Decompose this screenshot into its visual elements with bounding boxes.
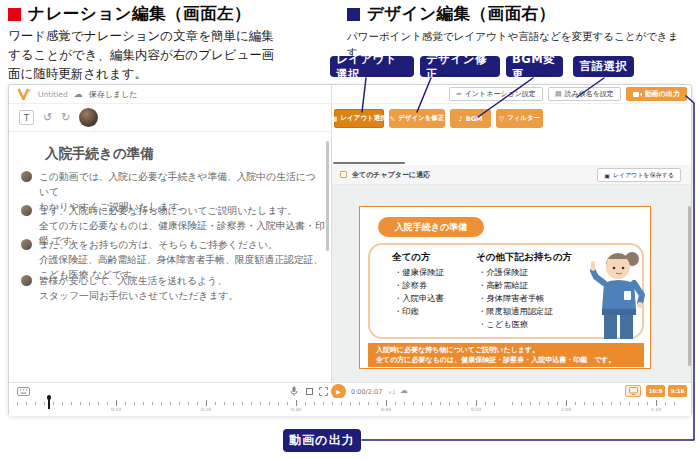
callout-bgm-change: BGM変更 (506, 56, 563, 77)
ratio-9-16-button[interactable]: 9:16 (668, 385, 687, 397)
chapter-options-row: 全てのチャプターに適応 ▣ レイアウトを保存する (332, 165, 691, 185)
nurse-illustration (590, 247, 646, 341)
music-note-icon: ♪ (459, 115, 463, 123)
design-fix-label: デザインを修正 (398, 114, 444, 123)
avatar-dots: ‥ (93, 125, 96, 131)
video-camera-icon (633, 91, 642, 98)
tutorial-graphic: ナレーション編集（画面左） ワード感覚でナレーションの文章を簡単に編集 すること… (0, 0, 700, 459)
filter-label: フィルター (507, 114, 540, 123)
filter-button[interactable]: ▽ フィルター (496, 109, 543, 128)
intonation-label: イントネーション設定 (465, 89, 536, 99)
paragraph-avatar[interactable] (21, 275, 32, 286)
horizontal-scroll-indicator[interactable] (333, 162, 405, 164)
video-export-button[interactable]: 動画の出力 (626, 87, 687, 101)
timeline-label: 0:40 (381, 407, 391, 412)
timeline-label: 0:20 (201, 407, 211, 412)
filter-icon: ▽ (499, 115, 504, 123)
paragraph-avatar[interactable] (21, 205, 32, 216)
redo-icon[interactable]: ↻ (61, 112, 70, 123)
ratio-16-9-button[interactable]: 16:9 (646, 385, 665, 397)
timeline-label: 0:50 (471, 407, 481, 412)
narration-doc-title[interactable]: 入院手続きの準備 (45, 145, 154, 163)
monitor-icon (629, 387, 638, 395)
timeline-label: 0:30 (291, 407, 301, 412)
timeline-playhead[interactable] (48, 398, 50, 409)
callout-design-fix: デザイン修正 (420, 56, 500, 77)
play-button[interactable]: ▶ (331, 384, 346, 399)
save-layout-button[interactable]: ▣ レイアウトを保存する (597, 168, 681, 182)
bgm-button[interactable]: ♪ BGM (450, 109, 491, 128)
left-section-description: ワード感覚でナレーションの文章を簡単に編集 することができ、編集内容が右のプレビ… (8, 27, 328, 83)
file-name[interactable]: Untitled (38, 90, 68, 99)
chapter-gap (503, 400, 506, 410)
text-format-button[interactable]: T (19, 110, 34, 125)
keyboard-icon[interactable] (17, 387, 30, 396)
callout-video-export: 動画の出力 (283, 429, 361, 452)
fullscreen-icon[interactable] (319, 387, 328, 396)
pencil-icon: ✎ (390, 115, 395, 123)
titlebar: Untitled ☁ 保存しました (9, 85, 331, 104)
slide-col1-items: 健康保険証 診察券 入院申込書 印鑑 (394, 266, 444, 318)
paragraph-avatar[interactable] (21, 171, 32, 182)
cloud-sync-icon: ☁ (74, 89, 83, 99)
save-icon: ▣ (604, 172, 610, 179)
slide-preview-area: 入院手続きの準備 全ての方 健康保険証 診察券 入院申込書 印鑑 その他下記お持… (332, 185, 691, 382)
red-square-bullet (8, 8, 21, 21)
editor-scrollbar[interactable] (326, 141, 329, 251)
narration-paragraph[interactable]: 皆様が安心して、入院生活を送れるよう、 スタッフ一同お手伝いさせていただきます。 (39, 273, 325, 303)
slide-col1-header: 全ての方 (392, 251, 430, 264)
microphone-icon[interactable] (290, 386, 298, 397)
save-layout-label: レイアウトを保存する (613, 171, 674, 180)
apply-all-checkbox[interactable] (340, 171, 347, 178)
intonation-settings-button[interactable]: ≈ イントネーション設定 (449, 87, 543, 101)
callout-language-select: 言語選択 (573, 56, 634, 77)
paragraph-avatar[interactable] (21, 239, 32, 250)
video-export-label: 動画の出力 (645, 89, 680, 99)
timeline-label: 1:10 (651, 407, 661, 412)
display-mode-button[interactable] (625, 385, 641, 397)
undo-icon[interactable]: ↺ (43, 112, 52, 123)
preview-scrollbar[interactable] (688, 206, 691, 366)
saved-status: 保存しました (89, 89, 138, 100)
playback-speed[interactable]: ×1 (388, 389, 395, 395)
grid-icon: ▦ (331, 115, 337, 123)
furigana-settings-button[interactable]: ▤ 読み仮名を設定 (548, 87, 621, 101)
book-icon: ▤ (555, 90, 562, 98)
timeline[interactable]: 0:10 0:20 0:30 0:40 0:50 1:00 1:10 (9, 398, 691, 416)
furigana-label: 読み仮名を設定 (565, 89, 614, 99)
play-icon: ▶ (336, 388, 341, 395)
slide-col2-items: 介護保険証 高齢需給証 身体障害者手帳 限度額適用認定証 こども医療 (478, 266, 553, 331)
right-section-title: デザイン編集（画面右） (367, 3, 556, 25)
apply-all-label: 全てのチャプターに適応 (352, 170, 430, 180)
app-logo (17, 88, 32, 100)
layout-select-label: レイアウト選択 (340, 114, 386, 123)
slide-title-badge: 入院手続きの準備 (378, 217, 484, 237)
left-section-title: ナレーション編集（画面左） (28, 3, 251, 25)
stop-icon[interactable] (306, 388, 313, 395)
timeline-label: 1:00 (561, 407, 571, 412)
design-topbar: ≈ イントネーション設定 ▤ 読み仮名を設定 動画の出力 (333, 85, 691, 104)
blue-square-bullet (347, 8, 360, 21)
slide-canvas[interactable]: 入院手続きの準備 全ての方 健康保険証 診察券 入院申込書 印鑑 その他下記お持… (359, 206, 651, 369)
bgm-label: BGM (466, 115, 483, 123)
cloud-icon: ☁ (400, 386, 408, 395)
slide-caption-band: 入院時に必要な持ち物についてご説明いたします。 全ての方に必要なものは、健康保険… (368, 343, 644, 367)
wave-icon: ≈ (456, 90, 462, 98)
player-bar: ▶ 0:00/2:07 ×1 ☁ 16:9 9:16 (9, 382, 691, 398)
layout-select-button[interactable]: ▦ レイアウト選択 (334, 109, 384, 128)
slide-col2-header: その他下記お持ちの方 (476, 251, 572, 264)
timeline-label: 0:10 (111, 407, 121, 412)
callout-layout-select: レイアウト選択 (330, 56, 414, 77)
editor-toolbar: T ↺ ↻ ‥ (9, 104, 331, 132)
playback-time: 0:00/2:07 (351, 388, 382, 396)
design-fix-button[interactable]: ✎ デザインを修正 (389, 109, 445, 128)
app-window: Untitled ☁ 保存しました ≈ イントネーション設定 ▤ 読み仮名を設定… (8, 84, 692, 416)
right-section-heading: デザイン編集（画面右） (347, 3, 556, 25)
left-section-heading: ナレーション編集（画面左） (8, 3, 251, 25)
